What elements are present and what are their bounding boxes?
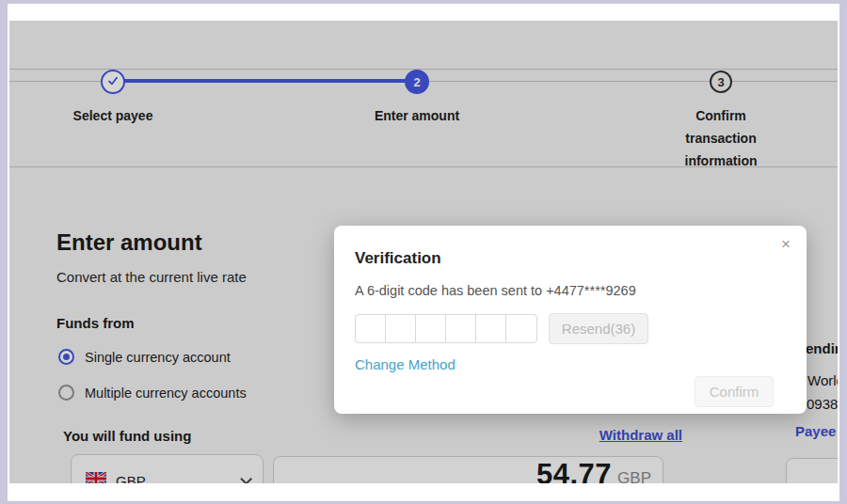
code-digit-input[interactable] xyxy=(506,315,536,342)
change-method-link[interactable]: Change Method xyxy=(355,356,455,372)
close-icon[interactable]: × xyxy=(781,236,791,252)
verification-dialog: × Verification A 6-digit code has been s… xyxy=(334,226,807,414)
code-digit-input[interactable] xyxy=(386,315,416,342)
code-digit-input[interactable] xyxy=(356,315,386,342)
code-digit-input[interactable] xyxy=(446,315,476,342)
confirm-button[interactable]: Confirm xyxy=(695,376,774,407)
browser-frame: 2 3 Select payee Enter amount Confirm tr… xyxy=(0,0,847,504)
resend-button[interactable]: Resend(36) xyxy=(549,313,648,344)
dialog-title: Verification xyxy=(355,249,441,268)
code-digit-input[interactable] xyxy=(476,315,506,342)
verification-code-input[interactable] xyxy=(355,314,537,343)
code-digit-input[interactable] xyxy=(416,315,446,342)
code-sent-message: A 6-digit code has been sent to +4477***… xyxy=(355,283,636,298)
app-viewport: 2 3 Select payee Enter amount Confirm tr… xyxy=(9,21,838,483)
